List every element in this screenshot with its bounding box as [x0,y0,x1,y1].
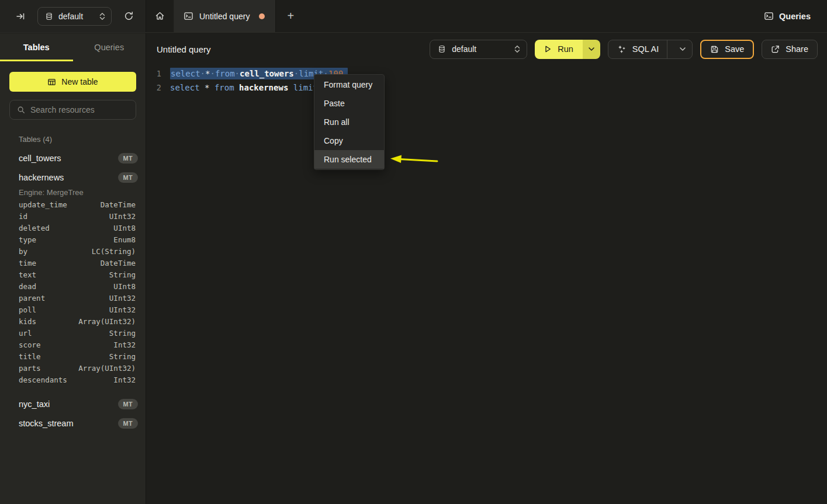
column-type: UInt32 [109,212,136,224]
new-table-label: New table [61,77,98,86]
sql-ai-button[interactable]: SQL AI [608,40,693,59]
database-selector[interactable]: default [37,7,112,26]
home-tab[interactable] [146,0,174,32]
column-name: url [19,329,32,340]
tab-strip: Untitled query + [146,0,764,32]
column-name: kids [19,317,36,329]
editor-header-controls: default Run [430,40,818,59]
code-line[interactable]: 2select * from hackernews limit [146,81,827,95]
whitespace-marker [200,83,205,92]
engine-badge: MT [118,399,138,409]
new-tab-button[interactable]: + [276,0,305,32]
menu-item-format-query[interactable]: Format query [314,75,384,94]
code-token: from [214,83,234,92]
sql-ai-options-button[interactable] [673,40,692,58]
whitespace-marker: · [235,69,240,78]
whitespace-marker: · [294,69,299,78]
tables-section-label: Tables (4) [19,135,136,144]
column-type: UInt32 [109,294,136,305]
table-name: stocks_stream [19,419,118,428]
code-token: from [215,69,235,78]
column-type: Array(UInt32) [78,364,136,376]
refresh-button[interactable] [120,8,137,25]
column-name: descendants [19,376,67,387]
unsaved-changes-dot [259,13,265,19]
whitespace-marker [209,83,214,92]
column-row: urlString [0,329,146,340]
column-row: typeEnum8 [0,235,146,247]
chevron-updown-icon [514,45,520,53]
sparkles-icon [617,44,627,54]
code-token: select [171,69,200,78]
new-table-button[interactable]: New table [9,72,136,92]
code-token: cell_towers [240,69,294,78]
queries-link[interactable]: Queries [764,11,811,21]
column-type: String [109,352,136,364]
table-row-hackernews[interactable]: hackernewsMT [0,168,146,187]
column-name: time [19,259,36,270]
search-icon [17,106,25,114]
column-row: parentUInt32 [0,294,146,305]
active-tab-underline [0,60,73,61]
top-bar-right: Queries [764,0,827,32]
column-type: UInt8 [113,224,136,235]
tab-untitled-query[interactable]: Untitled query [174,0,276,32]
home-icon [155,11,165,21]
column-type: Array(UInt32) [78,317,136,329]
code-line[interactable]: 1select·*·from·cell_towers·limit·100 [146,67,827,81]
tables-list: cell_towersMThackernewsMTEngine: MergeTr… [0,148,146,433]
sidebar: Tables Queries New table Tables (4) cell… [0,33,146,504]
table-row-stocks_stream[interactable]: stocks_streamMT [0,413,146,433]
share-icon [771,45,780,54]
table-row-cell_towers[interactable]: cell_towersMT [0,148,146,168]
column-name: id [19,212,27,224]
save-button[interactable]: Save [700,40,754,59]
column-row: deadUInt8 [0,282,146,294]
sidebar-tab-queries[interactable]: Queries [73,33,146,61]
editor-database-selector[interactable]: default [430,40,527,59]
whitespace-marker [288,83,293,92]
search-box[interactable] [9,100,136,120]
menu-item-copy[interactable]: Copy [314,131,384,150]
column-name: update_time [19,200,67,212]
column-name: poll [19,305,36,317]
code-token: hackernews [239,83,288,92]
menu-item-run-selected[interactable]: Run selected [314,150,384,169]
column-type: String [109,329,136,340]
column-name: parts [19,364,41,376]
run-options-button[interactable] [583,40,600,59]
menu-item-run-all[interactable]: Run all [314,113,384,131]
play-icon [544,45,552,53]
menu-item-paste[interactable]: Paste [314,94,384,113]
column-type: Int32 [113,376,136,387]
queries-link-label: Queries [779,12,811,21]
code-token: select [170,83,200,92]
save-icon [710,45,719,54]
sidebar-tab-tables[interactable]: Tables [0,33,73,61]
column-name: score [19,340,41,352]
editor-header: Untitled query default Run [146,33,827,65]
table-engine-label: Engine: MergeTree [0,187,146,200]
column-type: Int32 [113,340,136,352]
search-input[interactable] [30,105,129,114]
column-name: title [19,352,41,364]
context-menu: Format queryPasteRun allCopyRun selected [314,74,385,170]
collapse-sidebar-icon [16,12,25,21]
column-name: parent [19,294,45,305]
app-window: default [0,0,827,504]
code-editor[interactable]: 1select·*·from·cell_towers·limit·1002sel… [146,67,827,95]
chevron-down-icon [589,47,594,51]
sidebar-tabs: Tables Queries [0,33,146,61]
column-type: DateTime [101,200,136,212]
engine-badge: MT [118,153,138,164]
table-row-nyc_taxi[interactable]: nyc_taxiMT [0,394,146,413]
table-name: hackernews [19,173,118,182]
run-button[interactable]: Run [535,40,583,59]
collapse-sidebar-button[interactable] [12,8,29,25]
whitespace-marker: · [210,69,214,78]
terminal-icon [184,11,193,21]
column-row: textString [0,270,146,282]
column-row: deletedUInt8 [0,224,146,235]
share-button[interactable]: Share [762,40,818,59]
chevron-updown-icon [99,12,105,20]
